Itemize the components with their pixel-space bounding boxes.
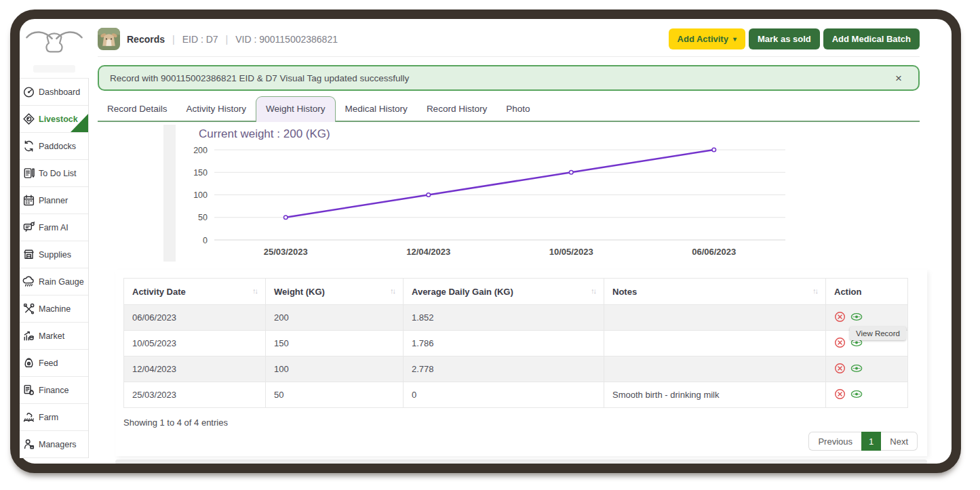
sidebar: DashboardLivestockPaddocksTo Do ListPlan… <box>20 19 89 458</box>
sidebar-item-label: Feed <box>39 359 58 368</box>
table-row: 12/04/20231002.778 <box>124 356 908 382</box>
activity-date-cell: 12/04/2023 <box>124 356 266 382</box>
horizontal-scrollbar[interactable] <box>115 460 927 464</box>
app-window: DashboardLivestockPaddocksTo Do ListPlan… <box>0 0 980 490</box>
sidebar-item-label: Managers <box>39 440 77 449</box>
sidebar-item-to-do-list[interactable]: To Do List <box>20 160 88 187</box>
alert-message: Record with 900115002386821 EID & D7 Vis… <box>110 73 409 83</box>
notes-cell <box>604 331 826 356</box>
tab-record-details[interactable]: Record Details <box>98 97 177 121</box>
sidebar-item-farm-ai[interactable]: Farm AI <box>20 214 88 241</box>
delete-record-button[interactable] <box>834 388 850 402</box>
tab-activity-history[interactable]: Activity History <box>177 97 256 121</box>
column-header-notes[interactable]: Notes↑↓ <box>604 279 826 305</box>
livestock-icon <box>22 113 35 125</box>
action-cell <box>826 382 908 408</box>
tab-record-history[interactable]: Record History <box>417 97 496 121</box>
dashboard-icon <box>22 85 35 98</box>
planner-icon <box>22 194 35 207</box>
sidebar-item-label: Paddocks <box>39 142 76 151</box>
column-header-average-daily-gain-kg[interactable]: Average Daily Gain (KG)↑↓ <box>404 279 604 305</box>
sort-icon: ↑↓ <box>252 287 257 295</box>
sort-icon: ↑↓ <box>390 287 395 295</box>
table-row: 25/03/2023500Smooth birth - drinking mil… <box>124 382 908 408</box>
delete-record-button[interactable] <box>834 337 850 350</box>
activity-date-cell: 10/05/2023 <box>124 331 266 356</box>
sidebar-item-rain-gauge[interactable]: Rain Gauge <box>20 268 88 295</box>
sidebar-item-label: To Do List <box>39 169 77 178</box>
page-1-button[interactable]: 1 <box>861 432 881 451</box>
table-row: 06/06/20232001.852 <box>124 305 908 331</box>
avg-daily-gain-cell: 1.852 <box>404 305 604 331</box>
record-tabs: Record DetailsActivity HistoryWeight His… <box>98 96 920 122</box>
sidebar-item-feed[interactable]: Feed <box>20 350 88 377</box>
sidebar-item-label: Planner <box>39 196 68 205</box>
sidebar-item-supplies[interactable]: Supplies <box>20 241 88 268</box>
column-header-weight-kg[interactable]: Weight (KG)↑↓ <box>266 279 404 305</box>
sidebar-item-label: Rain Gauge <box>39 277 84 287</box>
mark-as-sold-button[interactable]: Mark as sold <box>749 28 820 49</box>
feed-icon <box>22 356 35 369</box>
sidebar-item-machine[interactable]: Machine <box>20 295 88 323</box>
success-alert: Record with 900115002386821 EID & D7 Vis… <box>98 65 920 91</box>
sidebar-item-label: Farm AI <box>39 223 68 232</box>
records-label: Records <box>127 34 165 45</box>
chart-gutter <box>163 125 176 262</box>
weight-chart-card: Current weight : 200 (KG) 20015010050025… <box>176 122 831 264</box>
finance-icon <box>22 384 35 396</box>
delete-record-button[interactable] <box>834 363 850 376</box>
view-record-button[interactable] <box>850 364 867 375</box>
sidebar-nav: DashboardLivestockPaddocksTo Do ListPlan… <box>20 78 89 458</box>
weight-cell: 100 <box>266 356 404 382</box>
activity-date-cell: 06/06/2023 <box>124 305 266 331</box>
market-icon <box>22 329 35 342</box>
svg-text:10/05/2023: 10/05/2023 <box>549 247 593 257</box>
next-page-button[interactable]: Next <box>881 432 918 451</box>
sidebar-item-dashboard[interactable]: Dashboard <box>20 79 88 106</box>
sidebar-item-planner[interactable]: Planner <box>20 187 88 214</box>
eid-value: EID : D7 <box>182 34 218 45</box>
sidebar-item-livestock[interactable]: Livestock <box>20 106 88 133</box>
sort-icon: ↑↓ <box>591 287 595 295</box>
entries-summary: Showing 1 to 4 of 4 entries <box>123 417 927 428</box>
managers-icon <box>22 438 35 451</box>
add-activity-button[interactable]: Add Activity ▾ <box>669 28 745 49</box>
sidebar-item-managers[interactable]: Managers <box>20 431 88 458</box>
sidebar-item-label: Dashboard <box>39 87 80 97</box>
view-record-button[interactable] <box>850 390 867 401</box>
notes-cell <box>604 356 826 382</box>
weight-history-table: Activity Date↑↓Weight (KG)↑↓Average Dail… <box>123 278 908 408</box>
caret-down-icon: ▾ <box>733 35 737 43</box>
sidebar-item-farm[interactable]: Farm <box>20 404 88 431</box>
sidebar-item-label: Supplies <box>39 250 71 260</box>
sidebar-item-market[interactable]: Market <box>20 323 88 350</box>
separator: | <box>172 34 175 45</box>
farm-ai-icon <box>22 221 35 234</box>
tab-photo[interactable]: Photo <box>496 97 539 121</box>
sort-icon: ↑↓ <box>812 287 817 295</box>
column-header-activity-date[interactable]: Activity Date↑↓ <box>124 279 266 305</box>
tab-medical-history[interactable]: Medical History <box>336 97 417 121</box>
svg-text:0: 0 <box>203 236 208 245</box>
svg-text:50: 50 <box>198 213 208 222</box>
add-medical-batch-button[interactable]: Add Medical Batch <box>823 28 920 49</box>
close-icon[interactable]: × <box>890 73 907 84</box>
sidebar-item-label: Livestock <box>39 115 78 124</box>
avg-daily-gain-cell: 0 <box>404 382 604 408</box>
sidebar-item-label: Machine <box>39 304 71 314</box>
previous-page-button[interactable]: Previous <box>808 432 861 451</box>
weight-history-table-panel: Activity Date↑↓Weight (KG)↑↓Average Dail… <box>115 270 927 456</box>
tab-weight-history[interactable]: Weight History <box>256 96 336 122</box>
main-content: Records | EID : D7 | VID : 9001150023868… <box>98 19 920 464</box>
delete-record-button[interactable] <box>834 311 850 325</box>
sidebar-item-finance[interactable]: Finance <box>20 377 88 404</box>
weight-cell: 50 <box>266 382 404 408</box>
todo-list-icon <box>22 167 35 180</box>
view-record-button[interactable] <box>850 312 867 323</box>
sidebar-item-paddocks[interactable]: Paddocks <box>20 133 88 160</box>
add-activity-label: Add Activity <box>678 34 728 44</box>
avg-daily-gain-cell: 1.786 <box>404 331 604 356</box>
sidebar-item-label: Finance <box>39 386 68 395</box>
svg-text:100: 100 <box>193 190 208 200</box>
svg-text:25/03/2023: 25/03/2023 <box>264 247 308 257</box>
